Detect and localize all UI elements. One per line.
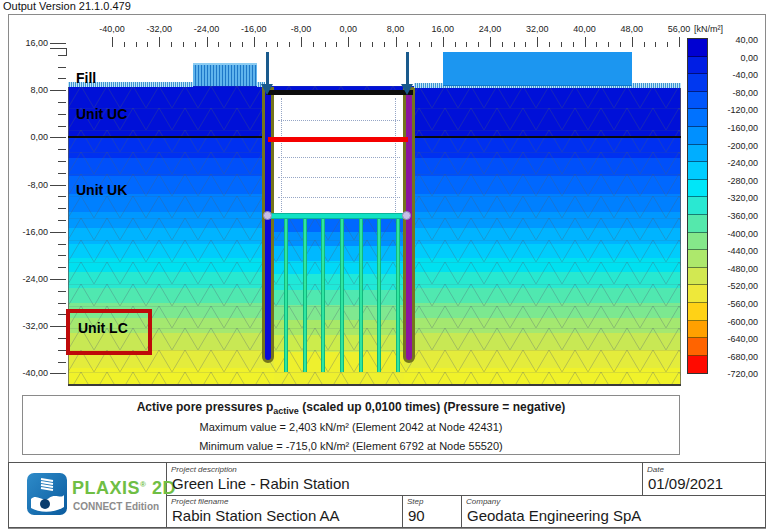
x-minor-tick (407, 42, 408, 47)
result-max-value: Maximum value = 2,403 kN/m² (Element 204… (23, 421, 679, 433)
y-minor-tick (58, 114, 66, 115)
point-load-arrowhead-left (261, 84, 273, 95)
legend-color-band (688, 74, 707, 92)
y-minor-tick (58, 326, 66, 327)
strut-level-red (268, 137, 408, 142)
legend-color-band (688, 57, 707, 75)
diaphragm-wall-right (403, 87, 415, 363)
y-minor-tick (58, 90, 66, 91)
y-minor-tick (58, 208, 66, 209)
legend-tick-label: -120,00 (710, 105, 758, 115)
plaxis-edition-label: CONNECT Edition (73, 501, 159, 512)
x-minor-tick (419, 42, 420, 47)
x-minor-tick (230, 42, 231, 47)
x-minor-tick (537, 42, 538, 47)
foundation-pile (303, 219, 307, 372)
y-minor-tick (58, 67, 66, 68)
y-minor-tick (58, 373, 66, 374)
legend-tick-label: -40,00 (710, 70, 758, 80)
legend-color-band (688, 285, 707, 303)
x-minor-tick (573, 42, 574, 47)
titleblock-divider (166, 495, 766, 496)
result-title: Active pore pressures pactive (scaled up… (23, 400, 679, 416)
plaxis-wordmark: PLAXIS® 2D (72, 478, 176, 499)
ruler-corner-mark-v (66, 48, 67, 56)
legend-color-band (688, 145, 707, 163)
roof-slab (266, 90, 413, 95)
foundation-pile (359, 219, 363, 372)
x-minor-tick (372, 42, 373, 47)
field-value-step: 90 (408, 507, 425, 524)
legend-tick-label: -440,00 (710, 246, 758, 256)
legend-color-band (688, 268, 707, 286)
x-tick-label: 32,00 (515, 24, 559, 34)
legend-tick-label: -560,00 (710, 299, 758, 309)
x-minor-tick (277, 42, 278, 47)
x-minor-tick (147, 42, 148, 47)
legend-tick-label: -320,00 (710, 193, 758, 203)
field-value-project-description: Green Line - Rabin Station (172, 475, 350, 492)
wall-floor-node (402, 211, 411, 220)
y-tick-label: -24,00 (8, 274, 48, 284)
x-minor-tick (561, 42, 562, 47)
y-minor-tick (58, 78, 66, 79)
output-version-label: Output Version 21.1.0.479 (3, 0, 131, 12)
legend-tick-label: -480,00 (710, 264, 758, 274)
legend-tick-label: 40,00 (710, 35, 758, 45)
y-minor-tick (58, 173, 66, 174)
building-load-right (443, 52, 632, 86)
field-label-date: Date (647, 465, 664, 474)
y-minor-tick (58, 350, 66, 351)
x-minor-tick (112, 42, 113, 47)
ruler-corner-mark (50, 48, 67, 49)
legend-tick-label: -360,00 (710, 211, 758, 221)
soil-unit-label-uc: Unit UC (76, 106, 127, 122)
legend-tick-label: 0,00 (710, 53, 758, 63)
x-minor-tick (218, 42, 219, 47)
legend-tick-label: -400,00 (710, 229, 758, 239)
legend-color-bar (687, 38, 708, 374)
plaxis-logo-icon (27, 473, 67, 515)
foundation-pile (321, 219, 325, 372)
y-minor-tick (58, 196, 66, 197)
legend-color-band (688, 321, 707, 339)
legend-color-band (688, 303, 707, 321)
x-minor-tick (502, 42, 503, 47)
field-value-company: Geodata Engineering SpA (467, 507, 641, 524)
field-value-date: 01/09/2021 (648, 475, 723, 492)
x-minor-tick (620, 42, 621, 47)
x-tick-label: 0,00 (326, 24, 370, 34)
legend-color-band (688, 127, 707, 145)
dimmed-slab-line (278, 120, 400, 121)
x-tick-label: 48,00 (610, 24, 654, 34)
y-minor-tick (58, 149, 66, 150)
wall-floor-node (263, 211, 272, 220)
diaphragm-wall-left (262, 87, 274, 363)
x-tick-label: -24,00 (185, 24, 229, 34)
point-load-arrowhead-right (401, 84, 413, 95)
x-minor-tick (632, 42, 633, 47)
titleblock-divider (642, 463, 643, 495)
y-tick-label: 8,00 (8, 85, 48, 95)
x-tick-label: 16,00 (421, 24, 465, 34)
x-minor-tick (396, 42, 397, 47)
point-load-arrow-right (406, 52, 409, 85)
y-minor-tick (58, 232, 66, 233)
x-minor-tick (490, 42, 491, 47)
dimmed-wall-line (395, 98, 396, 212)
x-minor-tick (289, 42, 290, 47)
x-minor-tick (596, 42, 597, 47)
x-minor-tick (455, 42, 456, 47)
x-tick-label: -8,00 (279, 24, 323, 34)
x-tick-label: -32,00 (137, 24, 181, 34)
y-tick-label: 0,00 (8, 132, 48, 142)
legend-tick-label: -280,00 (710, 176, 758, 186)
legend-tick-label: -160,00 (710, 123, 758, 133)
x-minor-tick (336, 42, 337, 47)
excavation-floor-slab (270, 213, 405, 219)
x-minor-tick (655, 42, 656, 47)
field-value-project-filename: Rabin Station Section AA (172, 507, 340, 524)
x-minor-tick (183, 42, 184, 47)
legend-tick-label: -80,00 (710, 88, 758, 98)
x-tick-label: 40,00 (563, 24, 607, 34)
